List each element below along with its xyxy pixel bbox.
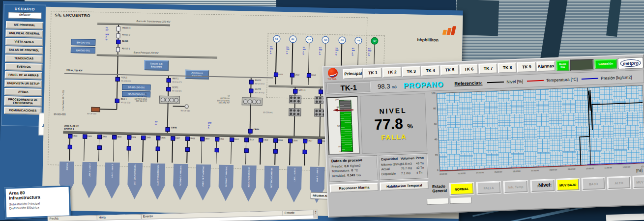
breaker-symbol[interactable]: [156, 136, 160, 140]
sidebar-menu-button[interactable]: TENDENCIAS: [5, 55, 42, 63]
breaker-symbol[interactable]: [112, 135, 117, 139]
breaker-symbol[interactable]: [230, 138, 234, 142]
breaker-symbol[interactable]: [244, 138, 249, 142]
disconnector-89JT2[interactable]: [249, 80, 254, 84]
feeder-breaker[interactable]: CB16: [287, 138, 299, 165]
breaker-52JL1[interactable]: [116, 77, 120, 82]
disconnector-89J10-3[interactable]: [117, 27, 120, 31]
breaker-symbol[interactable]: [318, 139, 322, 143]
breaker-symbol[interactable]: [68, 134, 72, 138]
event-scrollbar[interactable]: ▲▼: [314, 210, 318, 218]
breaker-52T1-1[interactable]: [293, 89, 297, 93]
hmi-tab[interactable]: TK 6: [459, 63, 478, 74]
hmi-tab[interactable]: TK 5: [440, 64, 459, 75]
feeder-breaker[interactable]: CB14: [258, 138, 270, 165]
generator-symbol[interactable]: G5: [338, 36, 346, 44]
sidebar-menu-button[interactable]: AYUDA: [4, 88, 42, 96]
breaker-symbol[interactable]: [97, 135, 102, 139]
relay-label[interactable]: SP-80-L90-001: [122, 84, 150, 90]
relay-label[interactable]: EH-D60-001: [71, 47, 95, 54]
breaker-symbol[interactable]: [142, 136, 146, 140]
breaker-symbol[interactable]: [185, 137, 190, 141]
cap-volumen: 7.1 m3: [401, 170, 416, 176]
transformer-t1-symbol[interactable]: [159, 96, 180, 104]
breaker-symbol[interactable]: [83, 134, 87, 138]
breaker-symbol[interactable]: [215, 137, 219, 141]
feeder-breaker[interactable]: CB11: [213, 137, 226, 164]
sidebar-menu-button[interactable]: ENERVISTA UR SETUP: [4, 80, 42, 88]
feeder-breaker[interactable]: CB07: [169, 136, 181, 163]
feeder-breaker[interactable]: CB05: [140, 136, 152, 162]
hmi-tab[interactable]: TK 9: [517, 61, 536, 72]
breaker-52JT2[interactable]: [249, 89, 253, 93]
sidebar-menu-button[interactable]: EVENTOS: [5, 63, 42, 71]
disconnector-89J10-1[interactable]: [116, 47, 120, 52]
feeder-breaker[interactable]: CB13: [243, 138, 255, 164]
reconocer-alarma-button[interactable]: Reconocer Alarma: [330, 183, 379, 193]
feeder-breaker[interactable]: CB00: [66, 134, 79, 161]
sidebar-menu-button[interactable]: VISTA AEREA: [5, 38, 43, 46]
generator-symbol[interactable]: G3: [305, 36, 313, 43]
generator-symbol[interactable]: G4: [322, 36, 329, 44]
relay-label[interactable]: EH-L90-001: [71, 39, 95, 46]
sidebar-menu-button[interactable]: PANEL DE ALARMAS: [5, 71, 42, 80]
generator-symbol[interactable]: G2: [289, 35, 296, 43]
feeder-breaker[interactable]: CB02: [96, 135, 108, 161]
habilitacion-temporal-button[interactable]: Habilitacion Temporal: [380, 181, 429, 191]
disconnector-89JL1[interactable]: [115, 99, 119, 103]
breaker-symbol-2: [303, 150, 307, 154]
breaker-52J10[interactable]: [116, 40, 120, 44]
hmi-tab[interactable]: TK 8: [498, 62, 517, 73]
breaker-symbol[interactable]: [259, 138, 263, 142]
breaker-symbol[interactable]: [303, 139, 307, 143]
sidebar-menu-button[interactable]: PROCEDIMIENTO DE EMERGENCIA: [4, 96, 42, 107]
transformer-t2-symbol[interactable]: [242, 97, 263, 106]
breaker-52JT1[interactable]: [166, 87, 171, 91]
feeder-breaker[interactable]: CB04: [125, 135, 138, 162]
feeder-breaker[interactable]: CB03: [111, 135, 123, 162]
user-input[interactable]: defuser: [8, 12, 41, 19]
detalle-se-button[interactable]: Detalle S/E Encuentro: [144, 60, 169, 71]
sidebar-menu-button[interactable]: COMUNICACIONES: [4, 107, 41, 115]
feeder-breaker[interactable]: CB15: [272, 138, 284, 165]
breaker-CB20[interactable]: [248, 129, 252, 134]
hmi-tab[interactable]: Alarmas: [536, 60, 556, 71]
feeder-breaker[interactable]: CB17: [301, 139, 314, 166]
sidebar-menu-button[interactable]: S/E PRINCIPAL: [6, 21, 43, 29]
feeder-breaker[interactable]: CB09: [184, 137, 196, 163]
generator-breaker[interactable]: [290, 73, 294, 77]
conexion-button[interactable]: Conexión: [594, 59, 617, 69]
breaker-symbol[interactable]: [127, 135, 131, 139]
feeder-breaker[interactable]: CB12: [228, 138, 240, 164]
feeder-breaker[interactable]: CB06: [154, 136, 167, 163]
armonicos-button[interactable]: Armonicos Corriente: [185, 70, 209, 80]
breaker-CB08[interactable]: [166, 127, 170, 132]
sidebar-menu-button[interactable]: UNILINEAL GENERAL: [5, 29, 43, 38]
generator-breaker[interactable]: [307, 73, 311, 78]
transformer-cluster: [289, 95, 301, 104]
breaker-52T2-1[interactable]: [319, 89, 323, 94]
breaker-symbol[interactable]: [171, 136, 175, 140]
generator-breaker[interactable]: [274, 73, 278, 77]
hmi-tab[interactable]: TK 4: [421, 65, 440, 76]
hmi-tab[interactable]: TK 2: [382, 66, 402, 77]
hmi-tab[interactable]: Principal: [343, 68, 363, 79]
breaker-symbol[interactable]: [200, 137, 205, 141]
hmi-tab[interactable]: TK 7: [479, 63, 498, 74]
x-tick-label: 08:00:00: [550, 168, 557, 171]
generator-symbol[interactable]: G6: [354, 37, 362, 44]
breaker-symbol[interactable]: [273, 138, 278, 143]
bottom-tab[interactable]: [427, 198, 448, 205]
hmi-tab[interactable]: TK 1: [363, 67, 382, 78]
feeder-breaker[interactable]: CB01: [81, 134, 93, 161]
bottom-tab[interactable]: [450, 197, 471, 204]
disconnector-89J10-2[interactable]: [116, 33, 120, 38]
hmi-tab[interactable]: TK 3: [402, 66, 421, 77]
disconnector-89JT1[interactable]: [167, 78, 171, 83]
feeder-breaker[interactable]: CB10: [199, 137, 211, 163]
generator-symbol[interactable]: G1: [273, 35, 280, 43]
modo-dia-button[interactable]: Modo Dia: [556, 60, 569, 71]
generator-symbol[interactable]: G7: [371, 37, 379, 45]
sidebar-menu-button[interactable]: SALAS DE CONTROL: [5, 46, 43, 55]
breaker-symbol[interactable]: [288, 138, 293, 143]
